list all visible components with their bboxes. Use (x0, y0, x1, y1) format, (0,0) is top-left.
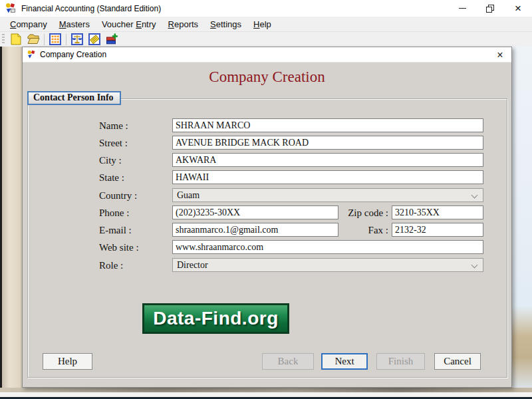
fax-field[interactable] (392, 223, 483, 237)
back-button[interactable]: Back (262, 353, 314, 370)
toolbar-separator (44, 34, 45, 45)
chevron-down-icon (471, 192, 478, 199)
scales-icon[interactable] (70, 33, 84, 46)
window-controls: × (448, 0, 532, 17)
menubar: Company Masters Voucher Entry Reports Se… (0, 17, 532, 31)
help-button[interactable]: Help (43, 353, 92, 370)
role-dropdown[interactable]: Director (172, 258, 483, 272)
menu-voucher-entry[interactable]: Voucher Entry (96, 17, 162, 31)
state-field[interactable] (172, 170, 483, 184)
open-folder-icon[interactable] (27, 33, 40, 46)
menu-settings[interactable]: Settings (204, 17, 247, 31)
window-titlebar: Financial Accounting (Standard Edition) … (0, 0, 532, 17)
toolbar-gripper (2, 34, 5, 45)
dialog-close-icon[interactable]: × (493, 49, 507, 61)
company-creation-dialog: Company Creation × Company Creation Cont… (22, 47, 512, 388)
add-report-icon[interactable] (105, 33, 118, 46)
data-find-logo-text: Data-Find.org (153, 308, 279, 329)
close-icon[interactable]: × (504, 0, 532, 17)
country-dropdown[interactable]: Guam (172, 188, 483, 202)
data-find-logo: Data-Find.org (142, 303, 289, 334)
desktop-background-bottom (0, 388, 532, 392)
groupbox-label: Contact Person Info (27, 91, 121, 105)
desktop-background-right (509, 47, 532, 392)
toolbar-separator (66, 34, 66, 45)
menu-company[interactable]: Company (4, 17, 53, 31)
email-field[interactable] (172, 223, 338, 237)
city-label: City : (99, 155, 122, 166)
street-label: Street : (99, 138, 128, 149)
calculator-icon[interactable] (49, 33, 62, 46)
website-label: Web site : (99, 242, 139, 253)
notepad-icon[interactable] (88, 33, 101, 46)
window-title: Financial Accounting (Standard Edition) (21, 4, 161, 13)
zip-code-field[interactable] (392, 205, 483, 219)
cancel-button[interactable]: Cancel (434, 353, 481, 370)
name-label: Name : (99, 120, 128, 132)
app-logo-icon (5, 3, 16, 14)
role-label: Role : (99, 260, 123, 271)
menu-reports[interactable]: Reports (162, 17, 205, 31)
finish-button[interactable]: Finish (376, 353, 425, 370)
country-label: Country : (99, 190, 137, 201)
next-button[interactable]: Next (321, 353, 368, 370)
restore-icon[interactable] (476, 0, 504, 17)
menu-help[interactable]: Help (247, 17, 277, 31)
email-label: E-mail : (99, 225, 132, 236)
role-selected-value: Director (177, 260, 208, 271)
dialog-titlebar: Company Creation × (23, 47, 511, 63)
chevron-down-icon (471, 262, 478, 269)
status-bar (0, 392, 532, 397)
name-field[interactable] (172, 118, 483, 132)
website-field[interactable] (172, 240, 483, 254)
minimize-icon[interactable] (448, 0, 476, 17)
dialog-heading: Company Creation (23, 68, 511, 86)
city-field[interactable] (172, 153, 483, 167)
menu-masters[interactable]: Masters (53, 17, 96, 31)
desktop-background-left (0, 47, 24, 392)
toolbar (0, 31, 532, 47)
country-selected-value: Guam (177, 190, 200, 201)
dialog-title: Company Creation (40, 50, 106, 59)
fax-label: Fax : (335, 225, 388, 236)
phone-label: Phone : (99, 207, 129, 219)
state-label: State : (99, 172, 124, 184)
dialog-app-icon (27, 50, 36, 59)
zip-code-label: Zip code : (335, 207, 388, 219)
street-field[interactable] (172, 136, 483, 150)
new-document-icon[interactable] (9, 33, 23, 46)
phone-field[interactable] (172, 205, 338, 219)
